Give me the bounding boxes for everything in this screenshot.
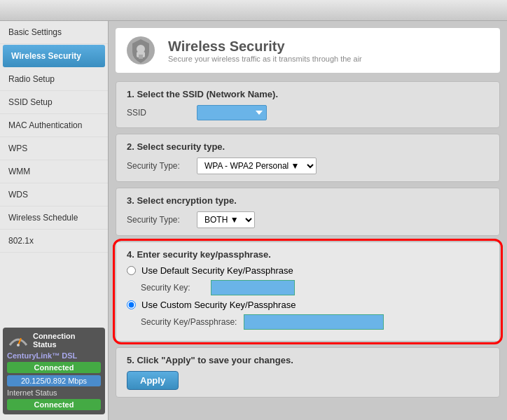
section3-title: 3. Select encryption type. bbox=[127, 195, 489, 206]
security-key-label: Security Key: bbox=[141, 283, 204, 293]
page-header: Wireless Security Secure your wireless t… bbox=[116, 28, 500, 73]
passphrase-input[interactable] bbox=[244, 314, 384, 330]
section1-form-row: SSID bbox=[127, 105, 489, 120]
sidebar-item-wmm[interactable]: WMM bbox=[0, 160, 108, 183]
section1-title: 1. Select the SSID (Network Name). bbox=[127, 89, 489, 99]
ssid-label: SSID bbox=[127, 108, 190, 118]
section2-form-row: Security Type: WPA - WPA2 Personal ▼ WPA… bbox=[127, 158, 489, 174]
content-area: Wireless Security Secure your wireless t… bbox=[109, 21, 507, 420]
main-layout: Basic Settings Wireless Security Radio S… bbox=[0, 21, 507, 420]
encryption-type-select[interactable]: BOTH ▼ AES TKIP bbox=[197, 211, 255, 228]
radio1-label: Use Default Security Key/Passphrase bbox=[141, 265, 293, 276]
section2-box: 2. Select security type. Security Type: … bbox=[116, 134, 500, 182]
sidebar-item-wds[interactable]: WDS bbox=[0, 183, 108, 206]
section3-box: 3. Select encryption type. Security Type… bbox=[116, 188, 500, 236]
speedometer-icon bbox=[7, 332, 29, 348]
security-type-label: Security Type: bbox=[127, 161, 190, 171]
sidebar-item-wireless-security[interactable]: Wireless Security bbox=[3, 45, 105, 67]
shield-icon bbox=[124, 34, 158, 67]
svg-point-0 bbox=[17, 344, 20, 346]
default-key-row: Security Key: bbox=[127, 280, 489, 295]
section2-title: 2. Select security type. bbox=[127, 141, 489, 152]
ssid-select[interactable] bbox=[197, 105, 267, 120]
conn-brand: CenturyLink™ DSL bbox=[7, 351, 101, 360]
passphrase-row: Security Key/Passphrase: bbox=[127, 314, 489, 330]
radio-default-key[interactable] bbox=[127, 266, 136, 275]
section3-form-row: Security Type: BOTH ▼ AES TKIP bbox=[127, 211, 489, 228]
passphrase-label: Security Key/Passphrase: bbox=[141, 317, 237, 327]
sidebar-item-wps[interactable]: WPS bbox=[0, 137, 108, 160]
security-type-select[interactable]: WPA - WPA2 Personal ▼ WPA2 Personal WPA … bbox=[197, 158, 317, 174]
top-bar bbox=[0, 0, 507, 21]
section5-box: 5. Click "Apply" to save your changes. A… bbox=[116, 347, 500, 398]
conn-speed: 20.125/0.892 Mbps bbox=[7, 375, 101, 386]
radio-custom-key[interactable] bbox=[127, 300, 136, 309]
encryption-type-label: Security Type: bbox=[127, 215, 190, 225]
sidebar: Basic Settings Wireless Security Radio S… bbox=[0, 21, 109, 420]
conn-internet-status-label: Internet Status bbox=[7, 388, 101, 397]
section4-box: 4. Enter security key/passphrase. Use De… bbox=[116, 241, 500, 342]
section4-title: 4. Enter security key/passphrase. bbox=[127, 249, 489, 260]
connection-status-box: Connection Status CenturyLink™ DSL Conne… bbox=[3, 328, 105, 414]
apply-button[interactable]: Apply bbox=[127, 371, 179, 390]
page-title: Wireless Security bbox=[168, 38, 362, 55]
sidebar-item-radio-setup[interactable]: Radio Setup bbox=[0, 68, 108, 91]
conn-internet-connected-badge: Connected bbox=[7, 399, 101, 410]
page-subtitle: Secure your wireless traffic as it trans… bbox=[168, 55, 362, 63]
section5-title: 5. Click "Apply" to save your changes. bbox=[127, 355, 489, 365]
radio2-label: Use Custom Security Key/Passphrase bbox=[141, 300, 296, 310]
sidebar-nav: Basic Settings Wireless Security Radio S… bbox=[0, 21, 108, 322]
conn-title: Connection Status bbox=[33, 332, 101, 349]
sidebar-item-8021x[interactable]: 802.1x bbox=[0, 230, 108, 253]
svg-rect-4 bbox=[139, 55, 143, 59]
security-key-input[interactable] bbox=[211, 280, 295, 295]
conn-connected-badge: Connected bbox=[7, 362, 101, 373]
section1-box: 1. Select the SSID (Network Name). SSID bbox=[116, 81, 500, 128]
radio1-row: Use Default Security Key/Passphrase bbox=[127, 265, 489, 276]
conn-header: Connection Status bbox=[7, 332, 101, 349]
sidebar-item-wireless-schedule[interactable]: Wireless Schedule bbox=[0, 206, 108, 230]
sidebar-item-basic-settings[interactable]: Basic Settings bbox=[0, 21, 108, 44]
radio2-row: Use Custom Security Key/Passphrase bbox=[127, 300, 489, 310]
sidebar-item-mac-auth[interactable]: MAC Authentication bbox=[0, 114, 108, 137]
conn-row: CenturyLink™ DSL Connected 20.125/0.892 … bbox=[7, 351, 101, 410]
sidebar-item-ssid-setup[interactable]: SSID Setup bbox=[0, 91, 108, 114]
